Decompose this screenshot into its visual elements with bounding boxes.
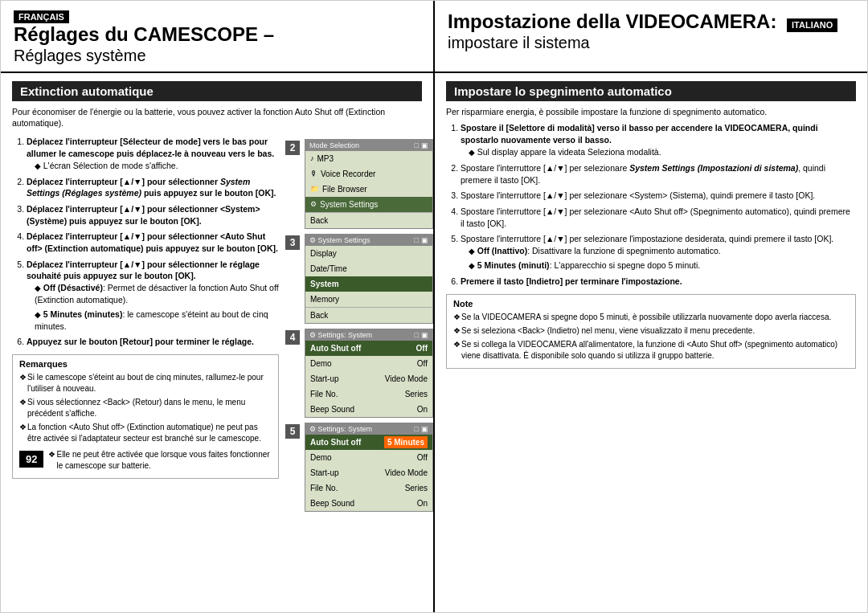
screen-block-2: 2 Mode Selection □▣ ♪ MP3 🎙 Voice Record… <box>285 139 422 229</box>
remark-3: La fonction <Auto Shut off> (Extinction … <box>19 422 272 444</box>
screen-3-row-datetime: Date/Time <box>305 261 432 276</box>
screen-4-row-beep: Beep SoundOn <box>305 402 432 417</box>
remark-1: Si le camescope s'éteint au bout de cinq… <box>19 372 272 394</box>
screen-block-4: 4 ⚙ Settings: System □▣ Auto Shut offOff… <box>285 329 422 418</box>
screen-num-4: 4 <box>285 330 300 345</box>
page-number: 92 <box>19 451 43 468</box>
left-column: Extinction automatique Pour économiser d… <box>1 73 435 612</box>
note-1: Se la VIDEOCAMERA si spegne dopo 5 minut… <box>453 312 849 323</box>
right-column: Impostare lo spegnimento automatico Per … <box>435 73 867 612</box>
screen-block-3: 3 ⚙ System Settings □▣ Display Date/Time… <box>285 234 422 324</box>
left-step-4: Déplacez l'interrupteur [▲/▼] pour sélec… <box>27 231 279 254</box>
screen-2-row-system: ⚙ System Settings <box>305 197 432 212</box>
screen-3: ⚙ System Settings □▣ Display Date/Time S… <box>305 234 433 324</box>
screen-3-row-system: System <box>305 276 432 292</box>
right-step-5: Spostare l'interruttore [▲/▼] per selezi… <box>461 233 856 272</box>
screen-5: ⚙ Settings: System □▣ Auto Shut off5 Min… <box>305 423 433 512</box>
right-steps: Spostare il [Selettore di modalità] vers… <box>446 122 856 287</box>
left-step-1-bullet: L'écran Sélection de mode s'affiche. <box>27 160 279 172</box>
right-step-5-bullet1: Off (Inattivo): Disattivare la funzione … <box>461 245 856 257</box>
screen-num-2: 2 <box>285 141 300 155</box>
right-section-header: Impostare lo spegnimento automatico <box>446 81 856 101</box>
lang-badge-it: ITALIANO <box>787 18 837 32</box>
screen-4-row-startup: Start-upVideo Mode <box>305 371 432 386</box>
left-step-5-bullet2: 5 Minutes (minutes): le camescope s'étei… <box>27 309 279 333</box>
remark-2: Si vous sélectionnez <Back> (Retour) dan… <box>19 397 272 419</box>
page: FRANÇAIS Réglages du CAMESCOPE – Réglage… <box>0 0 868 613</box>
screen-2-row-mp3: ♪ MP3 <box>305 151 432 166</box>
screen-num-5: 5 <box>285 424 300 439</box>
screen-4-row-demo: DemoOff <box>305 356 432 371</box>
header-right: Impostazione della VIDEOCAMERA: ITALIANO… <box>435 1 867 72</box>
screen-4-row-autoshut: Auto Shut offOff <box>305 341 432 356</box>
content: Extinction automatique Pour économiser d… <box>1 73 867 612</box>
note-2: Se si seleziona <Back> (Indietro) nel me… <box>453 325 849 337</box>
note-3: Se si collega la VIDEOCAMERA all'aliment… <box>453 339 849 362</box>
screen-2-row-voice: 🎙 Voice Recorder <box>305 166 432 182</box>
right-step-1-bullet: Sul display appare la videata Seleziona … <box>461 146 856 158</box>
screen-3-row-memory: Memory <box>305 292 432 307</box>
remark-4: Elle ne peut être activée que lorsque vo… <box>48 449 272 472</box>
left-step-3: Déplacez l'interrupteur [▲/▼] pour sélec… <box>27 203 279 227</box>
screen-4: ⚙ Settings: System □▣ Auto Shut offOff D… <box>305 329 433 418</box>
lang-badge-fr: FRANÇAIS <box>14 10 69 23</box>
note-box: Note Se la VIDEOCAMERA si spegne dopo 5 … <box>446 294 856 369</box>
screen-3-row-display: Display <box>305 246 432 261</box>
screen-2-header: Mode Selection □▣ <box>305 140 432 151</box>
header-title-left-sub: Réglages système <box>14 47 420 65</box>
screen-5-row-fileno: File No.Series <box>305 480 432 496</box>
screen-5-row-beep: Beep SoundOn <box>305 496 432 511</box>
screen-4-header: ⚙ Settings: System □▣ <box>305 329 432 341</box>
screen-5-row-startup: Start-upVideo Mode <box>305 465 432 480</box>
left-section-header: Extinction automatique <box>12 81 422 101</box>
remarks-box: Remarques Si le camescope s'éteint au bo… <box>12 354 279 479</box>
screen-3-row-back: Back <box>305 307 432 323</box>
screen-5-row-demo: DemoOff <box>305 450 432 465</box>
right-step-4: Spostare l'interruttore [▲/▼] per selezi… <box>461 206 856 229</box>
right-step-5-bullet2: 5 Minutes (minuti): L'apparecchio si spe… <box>461 260 856 272</box>
left-step-5: Déplacez l'interrupteur [▲/▼] pour sélec… <box>27 259 279 333</box>
screen-block-5: 5 ⚙ Settings: System □▣ Auto Shut off5 M… <box>285 423 422 512</box>
right-intro: Per risparmiare energia, è possibile imp… <box>446 106 856 118</box>
screen-2-row-back: Back <box>305 212 432 228</box>
left-steps: Déplacez l'interrupteur [Sélecteur de mo… <box>12 136 279 348</box>
left-step-5-bullet1: Off (Désactivé): Permet de désactiver la… <box>27 282 279 306</box>
right-step-3: Spostare l'interruttore [▲/▼] per selezi… <box>461 190 856 202</box>
left-step-6: Appuyez sur le bouton [Retour] pour term… <box>27 336 279 348</box>
header-title-right-main: Impostazione della VIDEOCAMERA: ITALIANO <box>448 10 854 34</box>
header-title-right-sub: impostare il sistema <box>448 34 854 52</box>
header-title-left-main: Réglages du CAMESCOPE – <box>14 23 420 47</box>
left-step-2: Déplacez l'interrupteur [▲/▼] pour sélec… <box>27 176 279 199</box>
screen-5-header: ⚙ Settings: System □▣ <box>305 423 432 435</box>
screen-4-row-fileno: File No.Series <box>305 386 432 402</box>
header: FRANÇAIS Réglages du CAMESCOPE – Réglage… <box>1 1 867 73</box>
note-title: Note <box>453 299 849 309</box>
right-step-1: Spostare il [Selettore di modalità] vers… <box>461 122 856 157</box>
screen-3-header: ⚙ System Settings □▣ <box>305 235 432 246</box>
screen-num-3: 3 <box>285 235 300 250</box>
left-intro: Pour économiser de l'énergie ou la batte… <box>12 106 422 129</box>
header-left: FRANÇAIS Réglages du CAMESCOPE – Réglage… <box>1 1 435 72</box>
right-step-2: Spostare l'interruttore [▲/▼] per selezi… <box>461 162 856 186</box>
right-step-6: Premere il tasto [Indietro] per terminar… <box>461 276 856 288</box>
left-step-1: Déplacez l'interrupteur [Sélecteur de mo… <box>27 136 279 171</box>
remarks-title: Remarques <box>19 359 272 369</box>
screen-2: Mode Selection □▣ ♪ MP3 🎙 Voice Recorder… <box>305 139 433 229</box>
screen-2-row-file: 📁 File Browser <box>305 182 432 197</box>
screen-5-row-autoshut: Auto Shut off5 Minutes <box>305 435 432 450</box>
